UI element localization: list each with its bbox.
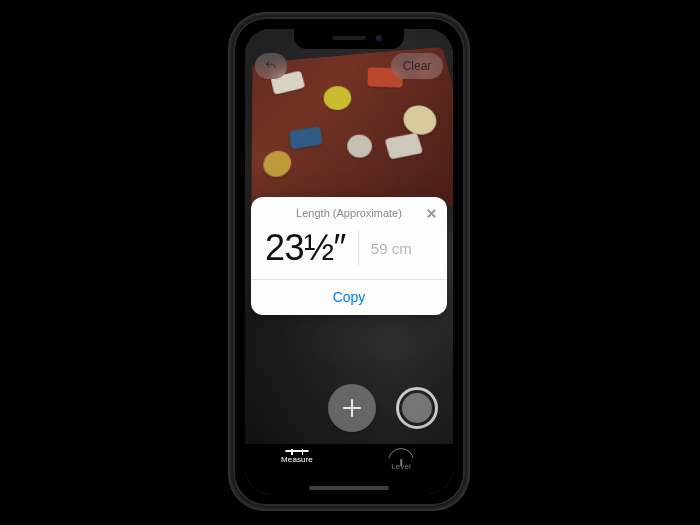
scene-sticker — [290, 126, 324, 149]
stage: Clear Length (Approximate) 23½″ — [0, 0, 700, 525]
popup-body: 23½″ 59 cm — [251, 223, 447, 279]
plus-icon — [351, 399, 353, 417]
clear-button[interactable]: Clear — [391, 53, 443, 79]
tab-measure-label: Measure — [281, 455, 313, 464]
secondary-measurement: 59 cm — [371, 240, 412, 257]
clear-button-label: Clear — [403, 59, 432, 73]
phone-frame: Clear Length (Approximate) 23½″ — [229, 13, 469, 510]
ruler-icon — [285, 450, 309, 452]
primary-measurement: 23½″ — [265, 227, 346, 269]
scene-sticker — [323, 85, 353, 111]
close-button[interactable] — [423, 205, 439, 221]
scene-sticker — [263, 150, 291, 179]
popup-header: Length (Approximate) — [251, 197, 447, 223]
measurement-popup: Length (Approximate) 23½″ 59 cm — [251, 197, 447, 315]
controls-spacer — [260, 384, 308, 432]
top-toolbar: Clear — [245, 53, 453, 83]
scene-sticker — [401, 104, 439, 136]
shutter-button[interactable] — [396, 387, 438, 429]
phone-bezel: Clear Length (Approximate) 23½″ — [233, 17, 465, 506]
add-point-button[interactable] — [328, 384, 376, 432]
undo-button[interactable] — [255, 53, 287, 79]
shutter-icon — [402, 393, 432, 423]
copy-button-label: Copy — [333, 289, 366, 305]
copy-button[interactable]: Copy — [251, 280, 447, 315]
level-icon — [388, 450, 414, 459]
popup-title: Length (Approximate) — [296, 207, 402, 219]
device-notch — [294, 29, 404, 49]
close-icon — [426, 208, 437, 219]
undo-icon — [264, 59, 278, 73]
scene-sticker — [346, 134, 374, 159]
bottom-controls — [245, 380, 453, 436]
screen: Clear Length (Approximate) 23½″ — [245, 29, 453, 494]
scene-sticker — [384, 133, 423, 160]
home-indicator[interactable] — [309, 486, 389, 490]
measurement-divider — [358, 231, 359, 265]
